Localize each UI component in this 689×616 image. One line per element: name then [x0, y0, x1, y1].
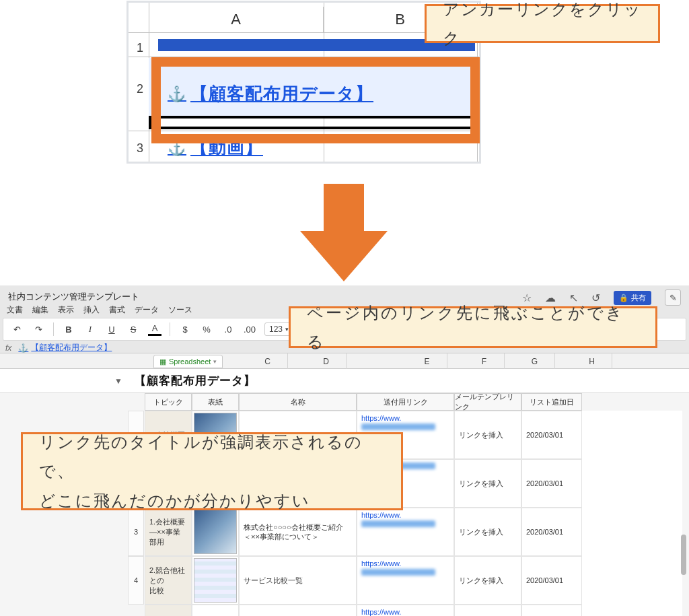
blurred-url	[361, 569, 435, 576]
cell-cover	[192, 508, 239, 556]
section-title: 【顧客配布用データ】	[135, 373, 256, 388]
font-color-button[interactable]: A	[148, 322, 161, 336]
sheet-tab[interactable]: ▦ Spreadsheet ▾	[153, 355, 223, 368]
menu-bar: 文書 編集 表示 挿入 書式 データ ソース	[7, 304, 192, 316]
separator	[170, 322, 170, 336]
row-num-1: 1	[131, 38, 149, 58]
row-number: 3	[128, 508, 144, 556]
link-prefix: https://www.	[361, 414, 401, 422]
cell-name[interactable]: 株式会社○○○○会社概要ご紹介 ＜××事業部について＞	[239, 508, 357, 556]
cell-link[interactable]: https://www.	[357, 508, 454, 556]
arrow-down	[300, 184, 388, 281]
svg-marker-0	[300, 184, 388, 281]
fx-value-link[interactable]: ⚓ 【顧客配布用データ】	[18, 342, 112, 353]
menu-view[interactable]: 表示	[58, 304, 74, 316]
thumbnail-image	[194, 510, 237, 554]
th-link: 送付用リンク	[357, 393, 454, 411]
inc-dec-button[interactable]: .00	[243, 322, 256, 336]
cell-topic[interactable]	[145, 605, 192, 616]
row-num-2: 2	[131, 62, 149, 116]
menu-format[interactable]: 書式	[109, 304, 125, 316]
fx-label: fx	[5, 343, 11, 353]
cell-date: 2020/03/01	[521, 411, 582, 459]
cell-cover	[192, 605, 239, 616]
arrow-down-icon	[300, 184, 388, 281]
formula-bar: fx ⚓ 【顧客配布用データ】	[5, 342, 112, 353]
thumbnail-sheet	[194, 558, 237, 603]
dec-dec-button[interactable]: .0	[221, 322, 235, 336]
menu-data[interactable]: データ	[135, 304, 159, 316]
cell-date: 2020/03/01	[521, 459, 582, 508]
callout-jump-in-page: ページ内のリンク先に飛ぶことができる	[289, 306, 657, 348]
callout-text: アンカーリンクをクリック	[443, 0, 642, 53]
cell-cover	[192, 556, 239, 605]
number-format-value: 123	[269, 324, 283, 334]
menu-source[interactable]: ソース	[168, 304, 192, 316]
cell-date	[521, 605, 582, 616]
cell-name[interactable]: サービス比較一覧	[239, 556, 357, 605]
row-num-3: 3	[131, 135, 149, 162]
currency-button[interactable]: $	[178, 322, 192, 336]
th-cover: 表紙	[192, 393, 239, 411]
cell-name[interactable]	[239, 605, 357, 616]
underline-button[interactable]: U	[105, 322, 118, 336]
cell-mail[interactable]: リンクを挿入	[454, 459, 521, 508]
cell-mail[interactable]	[454, 605, 521, 616]
cell-mail[interactable]: リンクを挿入	[454, 411, 521, 459]
cell-date: 2020/03/01	[521, 556, 582, 605]
cell-mail[interactable]: リンクを挿入	[454, 556, 521, 605]
cell-link[interactable]: https://www.	[357, 605, 454, 616]
percent-button[interactable]: %	[200, 322, 213, 336]
strike-button[interactable]: S	[126, 322, 140, 336]
italic-button[interactable]: I	[83, 322, 97, 336]
highlight-box-top	[151, 57, 480, 143]
link-prefix: https://www.	[361, 559, 401, 568]
cell-date: 2020/03/01	[521, 508, 582, 556]
sheet-tab-label: Spreadsheet	[169, 357, 211, 366]
redo-icon[interactable]: ↷	[32, 322, 45, 336]
callout-text: ページ内のリンク先に飛ぶことができる	[307, 298, 639, 356]
menu-file[interactable]: 文書	[7, 304, 23, 316]
th-topic: トピック	[145, 393, 192, 411]
separator	[53, 322, 54, 336]
cell-mail[interactable]: リンクを挿入	[454, 508, 521, 556]
blurred-url	[361, 520, 435, 527]
fx-value-text: 【顧客配布用データ】	[31, 342, 112, 353]
table-row: https://www.	[145, 605, 682, 616]
chevron-down-icon: ▾	[213, 358, 217, 365]
anchor-icon: ⚓	[18, 343, 28, 353]
th-mail: メールテンプレリンク	[454, 393, 521, 411]
menu-edit[interactable]: 編集	[32, 304, 48, 316]
cell-link[interactable]: https://www.	[357, 556, 454, 605]
section-heading-row: ▼ 【顧客配布用データ】	[0, 369, 689, 393]
menu-insert[interactable]: 挿入	[83, 304, 100, 316]
cell-topic[interactable]: 1.会社概要 ―××事業部用	[145, 508, 192, 556]
undo-icon[interactable]: ↶	[10, 322, 24, 336]
table-row: 1.会社概要 ―××事業部用 株式会社○○○○会社概要ご紹介 ＜××事業部につい…	[145, 508, 682, 556]
cell-topic[interactable]: 2.競合他社との 比較	[145, 556, 192, 605]
table-row: 2.競合他社との 比較 サービス比較一覧 https://www. リンクを挿入…	[145, 556, 682, 605]
collapse-caret[interactable]: ▼	[0, 376, 135, 386]
row-number: 4	[128, 556, 144, 605]
col-header-c: C	[248, 353, 288, 370]
table-header-row: トピック 表紙 名称 送付用リンク メールテンプレリンク リスト追加日	[145, 393, 682, 411]
callout-title-highlight: リンク先のタイトルが強調表示されるので、 どこに飛んだのかが分かりやすい	[21, 432, 403, 510]
callout-text: リンク先のタイトルが強調表示されるので、 どこに飛んだのかが分かりやすい	[39, 427, 385, 515]
bold-button[interactable]: B	[62, 322, 75, 336]
th-name: 名称	[239, 393, 357, 411]
scrollbar-thumb[interactable]	[681, 535, 686, 575]
edit-history-icon[interactable]: ✎	[665, 289, 681, 306]
link-prefix: https://www.	[361, 608, 401, 616]
callout-click-anchor: アンカーリンクをクリック	[425, 4, 660, 43]
col-header-a: A	[149, 7, 324, 32]
th-date: リスト追加日	[521, 393, 582, 411]
sheet-icon: ▦	[159, 357, 166, 366]
document-title: 社内コンテンツ管理テンプレート	[8, 291, 139, 303]
